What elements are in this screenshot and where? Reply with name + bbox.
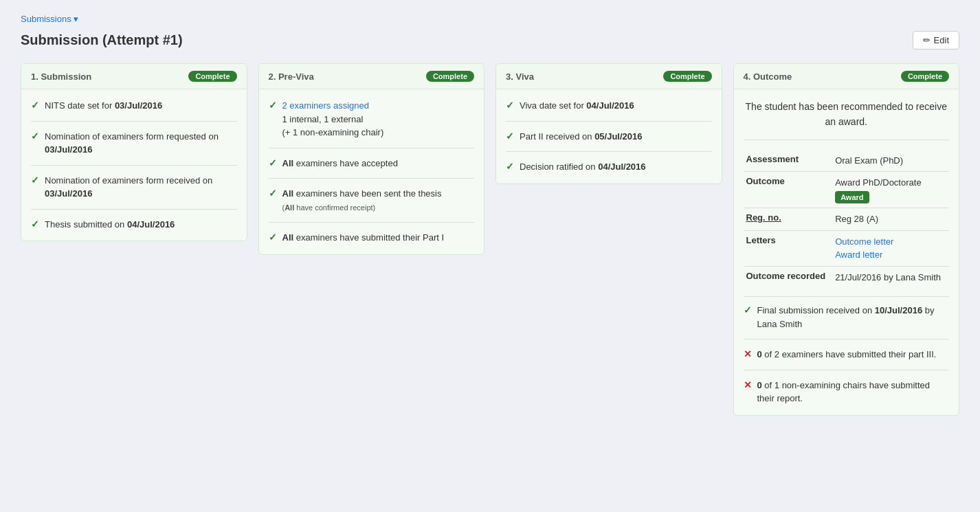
item-text: Part II received on 05/Jul/2016 <box>520 130 643 144</box>
award-badge: Award <box>835 191 869 204</box>
outcome-checks: ✓ Final submission received on 10/Jul/20… <box>744 296 950 405</box>
examiners-sub2: (+ 1 non-examining chair) <box>282 127 384 137</box>
column-previva: 2. Pre-Viva Complete ✓ 2 examiners assig… <box>258 63 485 255</box>
column-body-viva: ✓ Viva date set for 04/Jul/2016 ✓ Part I… <box>496 89 722 183</box>
badge-outcome: Complete <box>901 71 949 82</box>
list-item: ✓ Thesis submitted on 04/Jul/2016 <box>31 218 237 232</box>
check-icon: ✓ <box>31 175 39 186</box>
regno-label: Reg. no. <box>744 208 833 231</box>
item-text: Thesis submitted on 04/Jul/2016 <box>45 218 175 232</box>
letters-label: Letters <box>744 230 833 266</box>
assessment-label: Assessment <box>744 150 833 172</box>
edit-button[interactable]: ✏ Edit <box>913 31 959 49</box>
list-item: ✓ Decision ratified on 04/Jul/2016 <box>506 160 712 174</box>
list-item: ✓ Part II received on 05/Jul/2016 <box>506 130 712 153</box>
examiners-assigned-link[interactable]: 2 examiners assigned <box>282 100 369 111</box>
column-title-outcome: 4. Outcome <box>744 71 792 82</box>
badge-previva: Complete <box>426 71 474 82</box>
regno-value: Reg 28 (A) <box>832 208 949 231</box>
thesis-receipt-note: (All have confirmed receipt) <box>282 203 376 212</box>
breadcrumb-link[interactable]: Submissions ▾ <box>21 14 78 24</box>
table-row: Letters Outcome letter Award letter <box>744 230 950 266</box>
page-title: Submission (Attempt #1) <box>21 32 183 48</box>
outcome-value: Award PhD/Doctorate Award <box>832 172 949 208</box>
item-text: Nomination of examiners form received on… <box>45 174 237 201</box>
table-row: Outcome Award PhD/Doctorate Award <box>744 172 950 208</box>
check-icon: ✓ <box>31 219 39 230</box>
list-item: ✓ All examiners have been sent the thesi… <box>269 187 475 223</box>
outcome-table: Assessment Oral Exam (PhD) Outcome Award… <box>744 150 950 289</box>
column-header-previva: 2. Pre-Viva Complete <box>259 64 485 89</box>
list-item: ✓ NITS date set for 03/Jul/2016 <box>31 99 237 122</box>
edit-icon: ✏ <box>923 35 931 45</box>
badge-viva: Complete <box>663 71 711 82</box>
check-icon: ✓ <box>31 131 39 142</box>
table-row: Assessment Oral Exam (PhD) <box>744 150 950 172</box>
list-item: ✓ Final submission received on 10/Jul/20… <box>744 304 950 340</box>
table-row: Outcome recorded 21/Jul/2016 by Lana Smi… <box>744 266 950 288</box>
award-letter-link[interactable]: Award letter <box>835 248 946 262</box>
columns-container: 1. Submission Complete ✓ NITS date set f… <box>21 63 959 416</box>
item-text: NITS date set for 03/Jul/2016 <box>45 99 162 113</box>
column-body-previva: ✓ 2 examiners assigned 1 internal, 1 ext… <box>259 89 485 254</box>
item-text: Viva date set for 04/Jul/2016 <box>520 99 634 113</box>
check-icon: ✓ <box>31 100 39 111</box>
check-icon: ✓ <box>269 232 277 243</box>
outcome-value-text: Award PhD/Doctorate <box>835 177 922 188</box>
column-header-viva: 3. Viva Complete <box>496 64 722 89</box>
item-text: All examiners have been sent the thesis … <box>282 187 442 214</box>
check-icon: ✓ <box>506 131 514 142</box>
check-icon: ✓ <box>269 157 277 168</box>
outcome-label: Outcome <box>744 172 833 208</box>
edit-label: Edit <box>934 35 949 45</box>
list-item: ✓ All examiners have accepted <box>269 157 475 179</box>
recorded-label: Outcome recorded <box>744 266 833 288</box>
column-outcome: 4. Outcome Complete The student has been… <box>733 63 960 416</box>
column-viva: 3. Viva Complete ✓ Viva date set for 04/… <box>495 63 722 184</box>
cross-icon: ✕ <box>744 379 752 390</box>
item-text: 0 of 2 examiners have submitted their pa… <box>757 348 937 361</box>
item-text: All examiners have submitted their Part … <box>282 231 445 245</box>
item-text: 0 of 1 non-examining chairs have submitt… <box>757 379 950 405</box>
column-header-outcome: 4. Outcome Complete <box>734 64 959 89</box>
column-title-submission: 1. Submission <box>31 71 91 82</box>
item-text: 2 examiners assigned 1 internal, 1 exter… <box>282 99 384 140</box>
recorded-value: 21/Jul/2016 by Lana Smith <box>832 266 949 288</box>
column-title-previva: 2. Pre-Viva <box>269 71 314 82</box>
column-submission: 1. Submission Complete ✓ NITS date set f… <box>21 63 247 241</box>
column-body-submission: ✓ NITS date set for 03/Jul/2016 ✓ Nomina… <box>21 89 247 241</box>
item-text: Final submission received on 10/Jul/2016… <box>757 304 950 331</box>
examiners-sub: 1 internal, 1 external <box>282 114 364 124</box>
item-text: All examiners have accepted <box>282 157 398 170</box>
outcome-recommendation: The student has been recommended to rece… <box>744 99 950 140</box>
outcome-letter-link[interactable]: Outcome letter <box>835 235 946 249</box>
list-item: ✕ 0 of 2 examiners have submitted their … <box>744 348 950 370</box>
check-icon: ✓ <box>269 188 277 199</box>
assessment-value: Oral Exam (PhD) <box>832 150 949 172</box>
item-text: Nomination of examiners form requested o… <box>45 130 237 157</box>
check-icon: ✓ <box>506 161 514 172</box>
check-icon: ✓ <box>269 100 277 111</box>
badge-submission: Complete <box>188 71 236 82</box>
column-body-outcome: The student has been recommended to rece… <box>734 89 959 415</box>
column-title-viva: 3. Viva <box>506 71 534 82</box>
list-item: ✓ 2 examiners assigned 1 internal, 1 ext… <box>269 99 475 148</box>
table-row: Reg. no. Reg 28 (A) <box>744 208 950 231</box>
list-item: ✓ Nomination of examiners form requested… <box>31 130 237 166</box>
check-icon: ✓ <box>744 304 752 315</box>
page-header: Submission (Attempt #1) ✏ Edit <box>21 31 959 49</box>
list-item: ✓ All examiners have submitted their Par… <box>269 231 475 245</box>
letters-value: Outcome letter Award letter <box>832 230 949 266</box>
check-icon: ✓ <box>506 100 514 111</box>
item-text: Decision ratified on 04/Jul/2016 <box>520 160 646 174</box>
cross-icon: ✕ <box>744 348 752 359</box>
list-item: ✓ Viva date set for 04/Jul/2016 <box>506 99 712 122</box>
list-item: ✕ 0 of 1 non-examining chairs have submi… <box>744 379 950 405</box>
list-item: ✓ Nomination of examiners form received … <box>31 174 237 210</box>
column-header-submission: 1. Submission Complete <box>21 64 247 89</box>
